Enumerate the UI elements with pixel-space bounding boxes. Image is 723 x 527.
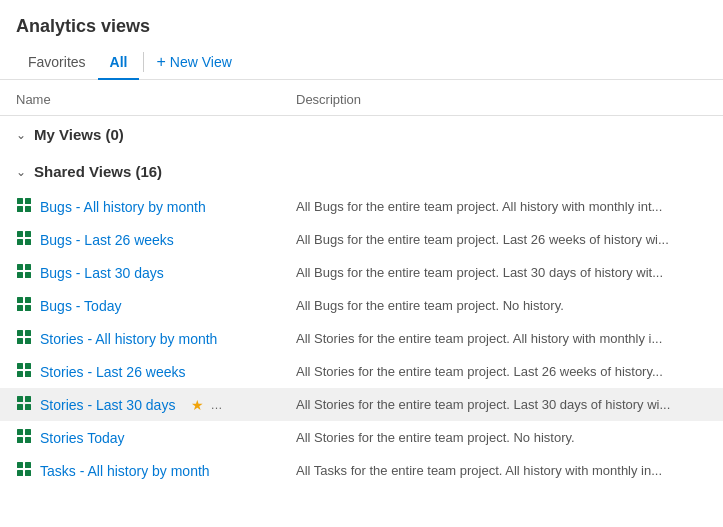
row-link[interactable]: Bugs - All history by month <box>40 199 206 215</box>
svg-rect-4 <box>17 231 23 237</box>
grid-icon <box>16 362 32 381</box>
svg-rect-29 <box>25 429 31 435</box>
row-name-cell: Bugs - Last 26 weeks <box>16 230 296 249</box>
row-link[interactable]: Bugs - Last 30 days <box>40 265 164 281</box>
svg-rect-33 <box>25 462 31 468</box>
row-name-cell: Stories - Last 30 days ★ … <box>16 395 296 414</box>
svg-rect-0 <box>17 198 23 204</box>
row-description: All Stories for the entire team project.… <box>296 364 707 379</box>
star-icon[interactable]: ★ <box>191 397 204 413</box>
row-name-cell: Tasks - All history by month <box>16 461 296 480</box>
row-description: All Bugs for the entire team project. La… <box>296 265 707 280</box>
svg-rect-19 <box>25 338 31 344</box>
row-name-cell: Stories - All history by month <box>16 329 296 348</box>
table-row[interactable]: Stories Today All Stories for the entire… <box>0 421 723 454</box>
svg-rect-10 <box>17 272 23 278</box>
row-description: All Tasks for the entire team project. A… <box>296 463 707 478</box>
svg-rect-34 <box>17 470 23 476</box>
row-name-cell: Stories - Last 26 weeks <box>16 362 296 381</box>
row-link[interactable]: Stories Today <box>40 430 125 446</box>
svg-rect-6 <box>17 239 23 245</box>
svg-rect-27 <box>25 404 31 410</box>
svg-rect-31 <box>25 437 31 443</box>
table-row[interactable]: Stories - Last 26 weeks All Stories for … <box>0 355 723 388</box>
section-shared-views-title: Shared Views (16) <box>34 163 162 180</box>
svg-rect-16 <box>17 330 23 336</box>
grid-icon <box>16 461 32 480</box>
svg-rect-25 <box>25 396 31 402</box>
grid-icon <box>16 428 32 447</box>
svg-rect-18 <box>17 338 23 344</box>
row-description: All Bugs for the entire team project. No… <box>296 298 707 313</box>
tab-favorites[interactable]: Favorites <box>16 46 98 80</box>
row-link[interactable]: Stories - Last 30 days <box>40 397 175 413</box>
chevron-icon: ⌄ <box>16 128 26 142</box>
row-name-cell: Bugs - Today <box>16 296 296 315</box>
row-name-cell: Bugs - All history by month <box>16 197 296 216</box>
grid-icon <box>16 230 32 249</box>
table-row[interactable]: Bugs - Today All Bugs for the entire tea… <box>0 289 723 322</box>
row-description: All Stories for the entire team project.… <box>296 430 707 445</box>
section-my-views[interactable]: ⌄ My Views (0) <box>0 116 723 153</box>
svg-rect-1 <box>25 198 31 204</box>
row-link[interactable]: Tasks - All history by month <box>40 463 210 479</box>
row-link[interactable]: Bugs - Today <box>40 298 121 314</box>
svg-rect-13 <box>25 297 31 303</box>
svg-rect-23 <box>25 371 31 377</box>
grid-icon <box>16 329 32 348</box>
svg-rect-32 <box>17 462 23 468</box>
tab-all[interactable]: All <box>98 46 140 80</box>
row-name-cell: Bugs - Last 30 days <box>16 263 296 282</box>
row-description: All Bugs for the entire team project. La… <box>296 232 707 247</box>
tab-divider <box>143 52 144 72</box>
table-row[interactable]: Bugs - All history by month All Bugs for… <box>0 190 723 223</box>
svg-rect-17 <box>25 330 31 336</box>
row-link[interactable]: Stories - Last 26 weeks <box>40 364 186 380</box>
row-description: All Stories for the entire team project.… <box>296 397 707 412</box>
table-header: Name Description <box>0 84 723 116</box>
col-desc-header: Description <box>296 92 707 107</box>
table-row[interactable]: Bugs - Last 30 days All Bugs for the ent… <box>0 256 723 289</box>
grid-icon <box>16 395 32 414</box>
page-title: Analytics views <box>16 16 150 36</box>
svg-rect-11 <box>25 272 31 278</box>
svg-rect-8 <box>17 264 23 270</box>
svg-rect-7 <box>25 239 31 245</box>
row-description: All Bugs for the entire team project. Al… <box>296 199 707 214</box>
svg-rect-28 <box>17 429 23 435</box>
shared-rows-container: Bugs - All history by month All Bugs for… <box>0 190 723 487</box>
svg-rect-2 <box>17 206 23 212</box>
svg-rect-22 <box>17 371 23 377</box>
more-options-icon[interactable]: … <box>210 398 223 412</box>
new-view-button[interactable]: + New View <box>148 45 239 79</box>
row-actions: ★ … <box>191 397 223 413</box>
svg-rect-26 <box>17 404 23 410</box>
new-view-label: New View <box>170 54 232 70</box>
row-link[interactable]: Stories - All history by month <box>40 331 217 347</box>
table-row[interactable]: Tasks - All history by month All Tasks f… <box>0 454 723 487</box>
table-row[interactable]: Stories - Last 30 days ★ … All Stories f… <box>0 388 723 421</box>
plus-icon: + <box>156 53 165 71</box>
row-name-cell: Stories Today <box>16 428 296 447</box>
row-link[interactable]: Bugs - Last 26 weeks <box>40 232 174 248</box>
section-shared-views[interactable]: ⌄ Shared Views (16) <box>0 153 723 190</box>
tabs-bar: Favorites All + New View <box>0 45 723 80</box>
svg-rect-20 <box>17 363 23 369</box>
svg-rect-24 <box>17 396 23 402</box>
page-header: Analytics views <box>0 0 723 45</box>
svg-rect-30 <box>17 437 23 443</box>
section-my-views-title: My Views (0) <box>34 126 124 143</box>
svg-rect-15 <box>25 305 31 311</box>
chevron-icon: ⌄ <box>16 165 26 179</box>
svg-rect-5 <box>25 231 31 237</box>
svg-rect-9 <box>25 264 31 270</box>
svg-rect-12 <box>17 297 23 303</box>
table-row[interactable]: Stories - All history by month All Stori… <box>0 322 723 355</box>
table-row[interactable]: Bugs - Last 26 weeks All Bugs for the en… <box>0 223 723 256</box>
grid-icon <box>16 197 32 216</box>
svg-rect-21 <box>25 363 31 369</box>
col-name-header: Name <box>16 92 296 107</box>
row-description: All Stories for the entire team project.… <box>296 331 707 346</box>
svg-rect-35 <box>25 470 31 476</box>
svg-rect-14 <box>17 305 23 311</box>
